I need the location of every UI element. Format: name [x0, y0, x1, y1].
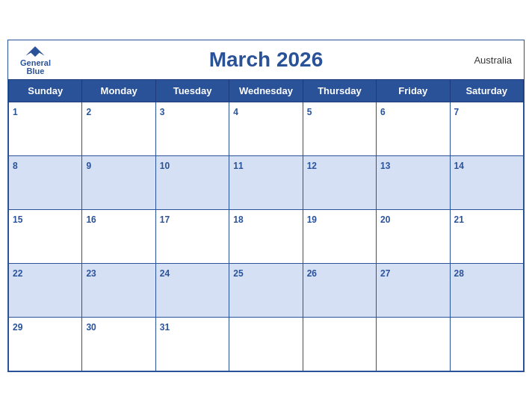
calendar-table: Sunday Monday Tuesday Wednesday Thursday…: [8, 79, 524, 371]
day-cell: 10: [155, 155, 229, 209]
country-label: Australia: [474, 54, 512, 65]
header-saturday: Saturday: [450, 79, 523, 102]
day-number: 19: [307, 214, 317, 225]
day-number: 4: [233, 107, 238, 117]
logo-blue: Blue: [27, 67, 45, 75]
day-number: 26: [307, 268, 317, 279]
week-row-1: 1234567: [9, 102, 524, 155]
day-cell: 25: [229, 263, 303, 317]
logo-bird-icon: [25, 44, 46, 59]
weekday-header-row: Sunday Monday Tuesday Wednesday Thursday…: [9, 79, 524, 102]
day-number: 13: [380, 161, 390, 171]
day-number: 16: [86, 214, 96, 225]
day-number: 14: [454, 161, 464, 171]
day-cell: [377, 317, 450, 371]
day-cell: 18: [229, 209, 303, 263]
day-number: 15: [13, 214, 22, 225]
day-number: 9: [86, 161, 91, 171]
logo-area: General Blue: [20, 44, 51, 75]
day-number: 8: [13, 161, 18, 171]
day-cell: 3: [155, 102, 229, 155]
day-number: 21: [454, 214, 464, 225]
calendar-title: March 2026: [209, 48, 324, 72]
day-cell: [450, 317, 523, 371]
day-cell: 14: [450, 155, 523, 209]
day-number: 1: [13, 107, 18, 117]
week-row-4: 22232425262728: [9, 263, 524, 317]
day-number: 5: [307, 107, 312, 117]
day-number: 27: [380, 268, 390, 279]
day-cell: 29: [9, 317, 82, 371]
day-cell: 21: [450, 209, 523, 263]
header-wednesday: Wednesday: [229, 79, 303, 102]
day-number: 6: [380, 107, 386, 117]
day-number: 12: [307, 161, 317, 171]
week-row-5: 293031: [9, 317, 524, 371]
day-number: 7: [454, 107, 460, 117]
day-number: 20: [380, 214, 390, 225]
day-cell: 5: [303, 102, 376, 155]
day-number: 2: [86, 107, 91, 117]
day-cell: 1: [9, 102, 82, 155]
day-cell: 28: [450, 263, 523, 317]
day-cell: [229, 317, 303, 371]
week-row-2: 891011121314: [9, 155, 524, 209]
week-row-3: 15161718192021: [9, 209, 524, 263]
day-cell: 8: [9, 155, 82, 209]
svg-marker-0: [26, 46, 45, 57]
header-sunday: Sunday: [9, 79, 82, 102]
header-friday: Friday: [377, 79, 450, 102]
day-cell: 30: [82, 317, 155, 371]
day-cell: 31: [155, 317, 229, 371]
day-number: 17: [160, 214, 170, 225]
day-number: 23: [86, 268, 96, 279]
day-cell: [303, 317, 376, 371]
day-cell: 19: [303, 209, 376, 263]
day-cell: 12: [303, 155, 376, 209]
day-cell: 22: [9, 263, 82, 317]
day-number: 25: [233, 268, 243, 279]
day-number: 28: [454, 268, 464, 279]
day-cell: 23: [82, 263, 155, 317]
day-cell: 6: [377, 102, 450, 155]
header-monday: Monday: [82, 79, 155, 102]
day-number: 31: [160, 322, 170, 333]
day-number: 11: [233, 161, 243, 171]
day-cell: 11: [229, 155, 303, 209]
header-tuesday: Tuesday: [155, 79, 229, 102]
day-cell: 20: [377, 209, 450, 263]
day-cell: 27: [377, 263, 450, 317]
day-cell: 13: [377, 155, 450, 209]
day-number: 22: [13, 268, 22, 279]
day-cell: 26: [303, 263, 376, 317]
day-number: 30: [86, 322, 96, 333]
day-cell: 16: [82, 209, 155, 263]
day-number: 3: [160, 107, 165, 117]
day-number: 24: [160, 268, 170, 279]
day-cell: 4: [229, 102, 303, 155]
calendar-container: General Blue March 2026 Australia Sunday…: [7, 40, 525, 372]
header-thursday: Thursday: [303, 79, 376, 102]
day-cell: 9: [82, 155, 155, 209]
calendar-header: General Blue March 2026 Australia: [8, 40, 524, 79]
day-cell: 24: [155, 263, 229, 317]
day-number: 10: [160, 161, 170, 171]
day-cell: 7: [450, 102, 523, 155]
day-number: 29: [13, 322, 22, 333]
day-cell: 15: [9, 209, 82, 263]
day-cell: 2: [82, 102, 155, 155]
day-cell: 17: [155, 209, 229, 263]
day-number: 18: [233, 214, 243, 225]
